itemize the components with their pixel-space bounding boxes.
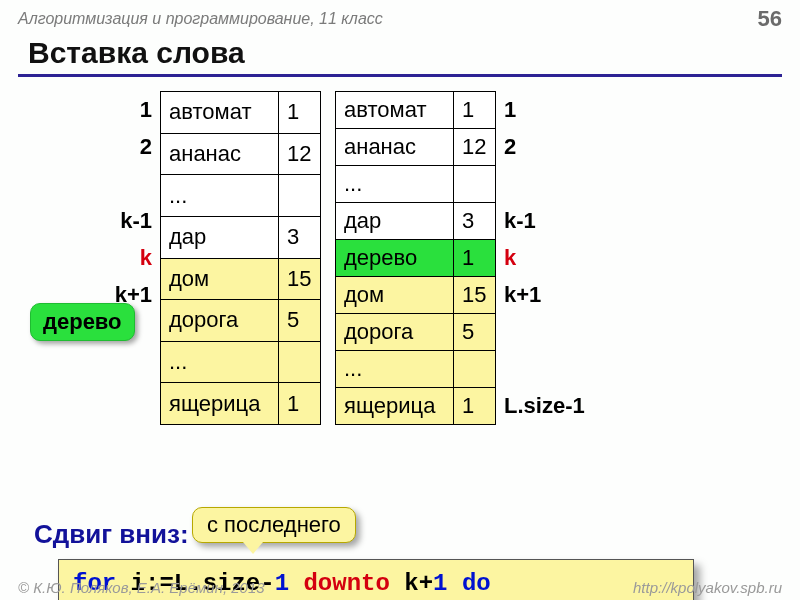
count-cell: 1 (454, 92, 496, 129)
left-table: автомат1ананас12...дар3дом15дорога5...ящ… (160, 91, 321, 425)
word-cell: автомат (161, 92, 279, 134)
word-cell: дорога (161, 300, 279, 342)
word-cell: ... (336, 351, 454, 388)
table-row: дерево1 (336, 240, 496, 277)
table-row: дом15 (336, 277, 496, 314)
count-cell: 1 (454, 240, 496, 277)
index-cell: k-1 (504, 202, 536, 239)
index-cell: 2 (504, 128, 516, 165)
count-cell: 1 (279, 383, 321, 425)
count-cell: 15 (279, 258, 321, 300)
count-cell: 5 (279, 300, 321, 342)
footer-right: http://kpolyakov.spb.ru (633, 579, 782, 596)
table-row: дом15 (161, 258, 321, 300)
index-cell: k+1 (115, 276, 152, 313)
index-cell: 1 (504, 91, 516, 128)
word-cell: ящерица (336, 388, 454, 425)
index-cell: k+1 (504, 276, 541, 313)
table-row: ... (336, 166, 496, 203)
count-cell: 3 (454, 203, 496, 240)
count-cell (279, 341, 321, 383)
word-cell: ананас (336, 129, 454, 166)
table-row: ... (161, 175, 321, 217)
table-row: ананас12 (336, 129, 496, 166)
count-cell: 1 (279, 92, 321, 134)
index-cell: L.size-1 (504, 387, 585, 424)
word-cell: ... (161, 175, 279, 217)
word-cell: ящерица (161, 383, 279, 425)
right-index-column: 12k-1kk+1L.size-1 (496, 91, 626, 425)
word-cell: дорога (336, 314, 454, 351)
footer-left: © К.Ю. Поляков, Е.А. Ерёмин, 2013 (18, 579, 265, 596)
tables-wrapper: 12k-1kk+1 автомат1ананас12...дар3дом15до… (30, 91, 626, 425)
table-row: ананас12 (161, 133, 321, 175)
word-cell: автомат (336, 92, 454, 129)
word-cell: ... (161, 341, 279, 383)
index-cell: k (504, 239, 516, 276)
count-cell (454, 166, 496, 203)
table-row: автомат1 (336, 92, 496, 129)
count-cell (454, 351, 496, 388)
word-cell: дом (161, 258, 279, 300)
right-table: автомат1ананас12...дар3дерево1дом15дорог… (335, 91, 496, 425)
count-cell: 3 (279, 216, 321, 258)
shift-label: Сдвиг вниз: (34, 519, 189, 550)
index-cell: k (140, 239, 152, 276)
word-cell: ананас (161, 133, 279, 175)
course-label: Алгоритмизация и программирование, 11 кл… (18, 10, 383, 28)
word-cell: дом (336, 277, 454, 314)
left-index-column: 12k-1kk+1 (30, 91, 160, 425)
index-cell: 2 (140, 128, 152, 165)
table-row: ящерица1 (161, 383, 321, 425)
count-cell: 1 (454, 388, 496, 425)
title-underline (18, 74, 782, 77)
page-number: 56 (758, 6, 782, 32)
table-row: ... (161, 341, 321, 383)
count-cell (279, 175, 321, 217)
table-row: автомат1 (161, 92, 321, 134)
word-cell: дар (336, 203, 454, 240)
table-row: дорога5 (336, 314, 496, 351)
count-cell: 12 (454, 129, 496, 166)
word-cell: дар (161, 216, 279, 258)
word-cell: дерево (336, 240, 454, 277)
page-title: Вставка слова (28, 36, 800, 74)
word-cell: ... (336, 166, 454, 203)
count-cell: 5 (454, 314, 496, 351)
table-row: дорога5 (161, 300, 321, 342)
index-cell: 1 (140, 91, 152, 128)
content-area: дерево 12k-1kk+1 автомат1ананас12...дар3… (0, 91, 800, 531)
table-row: ... (336, 351, 496, 388)
table-row: дар3 (336, 203, 496, 240)
count-cell: 12 (279, 133, 321, 175)
from-last-callout: с последнего (192, 507, 356, 543)
table-row: дар3 (161, 216, 321, 258)
count-cell: 15 (454, 277, 496, 314)
table-row: ящерица1 (336, 388, 496, 425)
index-cell: k-1 (120, 202, 152, 239)
